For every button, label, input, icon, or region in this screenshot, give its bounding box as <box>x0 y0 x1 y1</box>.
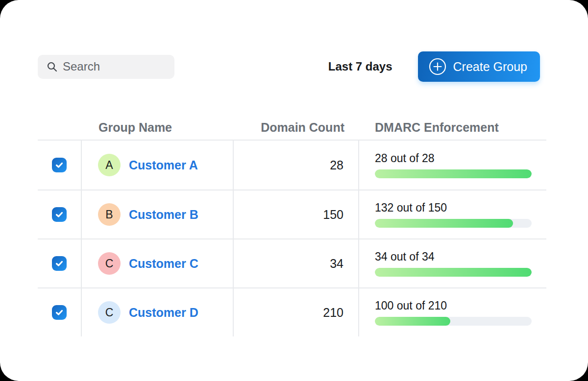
dmarc-progress-fill <box>375 268 532 277</box>
customer-link[interactable]: Customer A <box>129 158 198 172</box>
domain-count-cell: 210 <box>234 288 359 336</box>
avatar: B <box>98 203 121 226</box>
groups-table: Group Name Domain Count DMARC Enforcemen… <box>38 115 546 336</box>
avatar-letter: C <box>105 257 114 270</box>
checkbox-cell <box>38 141 82 190</box>
dmarc-label: 100 out of 210 <box>375 299 532 312</box>
avatar: C <box>98 301 121 324</box>
checkmark-icon <box>55 210 64 219</box>
customer-link[interactable]: Customer C <box>129 257 198 271</box>
checkmark-icon <box>55 161 64 169</box>
column-header-dmarc-enforcement: DMARC Enforcement <box>359 115 546 140</box>
customer-link[interactable]: Customer B <box>129 208 198 222</box>
column-header-domain-count: Domain Count <box>234 115 359 140</box>
dmarc-progress-track <box>375 317 532 326</box>
table-row: C Customer C 34 34 out of 34 <box>38 238 546 287</box>
dmarc-wrap: 132 out of 150 <box>375 201 532 228</box>
dmarc-progress-track <box>375 169 532 178</box>
dmarc-wrap: 100 out of 210 <box>375 299 532 326</box>
dmarc-progress-fill <box>375 219 513 228</box>
row-checkbox[interactable] <box>52 207 67 222</box>
checkmark-icon <box>55 259 64 268</box>
dmarc-wrap: 28 out of 28 <box>375 152 532 178</box>
checkbox-cell <box>38 288 82 336</box>
table-row: A Customer A 28 28 out of 28 <box>38 141 546 190</box>
toolbar: Last 7 days Create Group <box>38 51 540 82</box>
dmarc-label: 34 out of 34 <box>375 250 532 263</box>
group-name-cell: C Customer C <box>82 239 234 287</box>
dmarc-progress-fill <box>375 317 450 326</box>
row-checkbox[interactable] <box>52 158 67 172</box>
search-icon <box>46 61 58 72</box>
domain-count-cell: 34 <box>234 239 359 287</box>
table-row: C Customer D 210 100 out of 210 <box>38 287 546 336</box>
dmarc-cell: 100 out of 210 <box>359 288 546 336</box>
group-name-cell: C Customer D <box>82 288 234 336</box>
avatar: A <box>98 154 121 176</box>
table-body: A Customer A 28 28 out of 28 <box>38 141 546 336</box>
domain-count-value: 150 <box>323 208 343 222</box>
app-card: Last 7 days Create Group Group Name Doma… <box>0 0 588 381</box>
dmarc-label: 132 out of 150 <box>375 201 532 214</box>
avatar-letter: B <box>105 208 113 221</box>
dmarc-cell: 132 out of 150 <box>359 190 546 238</box>
dmarc-label: 28 out of 28 <box>375 152 532 165</box>
domain-count-cell: 28 <box>234 141 359 190</box>
create-group-button[interactable]: Create Group <box>418 51 540 82</box>
domain-count-value: 28 <box>330 158 343 172</box>
table-row: B Customer B 150 132 out of 150 <box>38 190 546 238</box>
dmarc-progress-track <box>375 268 532 277</box>
domain-count-value: 210 <box>323 306 343 320</box>
plus-circle-icon <box>429 58 446 75</box>
dmarc-progress-fill <box>375 169 532 178</box>
checkbox-cell <box>38 190 82 238</box>
dmarc-cell: 28 out of 28 <box>359 141 546 190</box>
checkmark-icon <box>55 308 64 317</box>
search-box[interactable] <box>38 55 174 79</box>
avatar-letter: C <box>105 306 114 319</box>
dmarc-progress-track <box>375 219 532 228</box>
dmarc-wrap: 34 out of 34 <box>375 250 532 277</box>
date-range-label[interactable]: Last 7 days <box>328 60 392 73</box>
dmarc-cell: 34 out of 34 <box>359 239 546 287</box>
domain-count-value: 34 <box>330 257 343 271</box>
group-name-cell: B Customer B <box>82 190 234 238</box>
row-checkbox[interactable] <box>52 256 67 271</box>
search-input[interactable] <box>63 60 168 73</box>
domain-count-cell: 150 <box>234 190 359 238</box>
column-header-group-name: Group Name <box>82 115 234 140</box>
customer-link[interactable]: Customer D <box>129 306 198 320</box>
header-checkbox-spacer <box>38 115 82 140</box>
avatar: C <box>98 252 121 275</box>
group-name-cell: A Customer A <box>82 141 234 190</box>
table-header: Group Name Domain Count DMARC Enforcemen… <box>38 115 546 141</box>
row-checkbox[interactable] <box>52 305 67 320</box>
create-group-label: Create Group <box>453 60 527 74</box>
avatar-letter: A <box>105 159 113 172</box>
checkbox-cell <box>38 239 82 287</box>
